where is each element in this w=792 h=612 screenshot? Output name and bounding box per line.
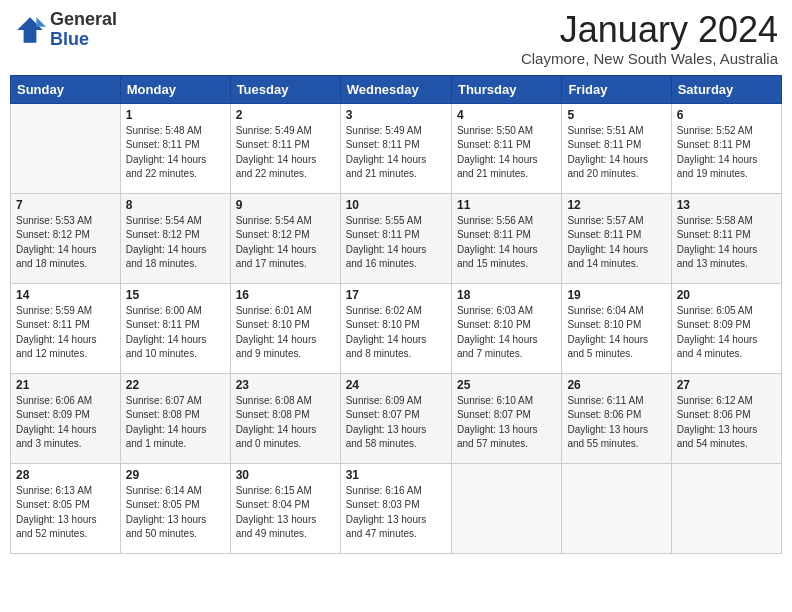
calendar-cell: 12Sunrise: 5:57 AMSunset: 8:11 PMDayligh… (562, 193, 671, 283)
day-number: 1 (126, 108, 225, 122)
col-wednesday: Wednesday (340, 75, 451, 103)
svg-marker-1 (36, 17, 46, 27)
calendar-cell: 9Sunrise: 5:54 AMSunset: 8:12 PMDaylight… (230, 193, 340, 283)
day-number: 13 (677, 198, 776, 212)
day-info: Sunrise: 5:48 AMSunset: 8:11 PMDaylight:… (126, 124, 225, 182)
calendar-cell: 17Sunrise: 6:02 AMSunset: 8:10 PMDayligh… (340, 283, 451, 373)
day-info: Sunrise: 6:12 AMSunset: 8:06 PMDaylight:… (677, 394, 776, 452)
day-number: 25 (457, 378, 556, 392)
day-number: 12 (567, 198, 665, 212)
col-friday: Friday (562, 75, 671, 103)
day-info: Sunrise: 5:54 AMSunset: 8:12 PMDaylight:… (236, 214, 335, 272)
day-info: Sunrise: 6:05 AMSunset: 8:09 PMDaylight:… (677, 304, 776, 362)
day-info: Sunrise: 6:14 AMSunset: 8:05 PMDaylight:… (126, 484, 225, 542)
day-number: 17 (346, 288, 446, 302)
calendar-cell: 3Sunrise: 5:49 AMSunset: 8:11 PMDaylight… (340, 103, 451, 193)
day-info: Sunrise: 6:07 AMSunset: 8:08 PMDaylight:… (126, 394, 225, 452)
day-number: 15 (126, 288, 225, 302)
week-row-5: 28Sunrise: 6:13 AMSunset: 8:05 PMDayligh… (11, 463, 782, 553)
calendar-cell: 23Sunrise: 6:08 AMSunset: 8:08 PMDayligh… (230, 373, 340, 463)
calendar-cell (671, 463, 781, 553)
day-info: Sunrise: 5:53 AMSunset: 8:12 PMDaylight:… (16, 214, 115, 272)
day-info: Sunrise: 5:57 AMSunset: 8:11 PMDaylight:… (567, 214, 665, 272)
calendar-cell: 18Sunrise: 6:03 AMSunset: 8:10 PMDayligh… (451, 283, 561, 373)
calendar-cell (562, 463, 671, 553)
calendar-cell: 6Sunrise: 5:52 AMSunset: 8:11 PMDaylight… (671, 103, 781, 193)
calendar-cell (451, 463, 561, 553)
logo-blue-text: Blue (50, 30, 117, 50)
calendar-cell: 14Sunrise: 5:59 AMSunset: 8:11 PMDayligh… (11, 283, 121, 373)
calendar-cell: 26Sunrise: 6:11 AMSunset: 8:06 PMDayligh… (562, 373, 671, 463)
col-saturday: Saturday (671, 75, 781, 103)
logo: General Blue (14, 10, 117, 50)
calendar-header-row: Sunday Monday Tuesday Wednesday Thursday… (11, 75, 782, 103)
calendar-cell: 20Sunrise: 6:05 AMSunset: 8:09 PMDayligh… (671, 283, 781, 373)
day-info: Sunrise: 6:02 AMSunset: 8:10 PMDaylight:… (346, 304, 446, 362)
day-info: Sunrise: 6:13 AMSunset: 8:05 PMDaylight:… (16, 484, 115, 542)
day-number: 14 (16, 288, 115, 302)
day-info: Sunrise: 6:01 AMSunset: 8:10 PMDaylight:… (236, 304, 335, 362)
calendar-cell: 7Sunrise: 5:53 AMSunset: 8:12 PMDaylight… (11, 193, 121, 283)
day-info: Sunrise: 5:49 AMSunset: 8:11 PMDaylight:… (236, 124, 335, 182)
day-info: Sunrise: 5:55 AMSunset: 8:11 PMDaylight:… (346, 214, 446, 272)
calendar-cell: 30Sunrise: 6:15 AMSunset: 8:04 PMDayligh… (230, 463, 340, 553)
day-number: 18 (457, 288, 556, 302)
calendar-table: Sunday Monday Tuesday Wednesday Thursday… (10, 75, 782, 554)
week-row-2: 7Sunrise: 5:53 AMSunset: 8:12 PMDaylight… (11, 193, 782, 283)
day-info: Sunrise: 5:52 AMSunset: 8:11 PMDaylight:… (677, 124, 776, 182)
day-info: Sunrise: 6:15 AMSunset: 8:04 PMDaylight:… (236, 484, 335, 542)
calendar-cell: 22Sunrise: 6:07 AMSunset: 8:08 PMDayligh… (120, 373, 230, 463)
col-tuesday: Tuesday (230, 75, 340, 103)
day-info: Sunrise: 5:54 AMSunset: 8:12 PMDaylight:… (126, 214, 225, 272)
day-info: Sunrise: 6:04 AMSunset: 8:10 PMDaylight:… (567, 304, 665, 362)
day-number: 20 (677, 288, 776, 302)
day-number: 9 (236, 198, 335, 212)
day-number: 5 (567, 108, 665, 122)
day-info: Sunrise: 6:11 AMSunset: 8:06 PMDaylight:… (567, 394, 665, 452)
day-number: 29 (126, 468, 225, 482)
day-info: Sunrise: 6:03 AMSunset: 8:10 PMDaylight:… (457, 304, 556, 362)
day-info: Sunrise: 5:49 AMSunset: 8:11 PMDaylight:… (346, 124, 446, 182)
week-row-1: 1Sunrise: 5:48 AMSunset: 8:11 PMDaylight… (11, 103, 782, 193)
calendar-cell: 8Sunrise: 5:54 AMSunset: 8:12 PMDaylight… (120, 193, 230, 283)
day-number: 6 (677, 108, 776, 122)
col-sunday: Sunday (11, 75, 121, 103)
logo-icon (14, 14, 46, 46)
day-number: 21 (16, 378, 115, 392)
day-number: 19 (567, 288, 665, 302)
calendar-cell: 2Sunrise: 5:49 AMSunset: 8:11 PMDaylight… (230, 103, 340, 193)
day-number: 26 (567, 378, 665, 392)
calendar-cell: 16Sunrise: 6:01 AMSunset: 8:10 PMDayligh… (230, 283, 340, 373)
calendar-cell: 1Sunrise: 5:48 AMSunset: 8:11 PMDaylight… (120, 103, 230, 193)
day-number: 3 (346, 108, 446, 122)
day-number: 4 (457, 108, 556, 122)
week-row-4: 21Sunrise: 6:06 AMSunset: 8:09 PMDayligh… (11, 373, 782, 463)
day-info: Sunrise: 6:16 AMSunset: 8:03 PMDaylight:… (346, 484, 446, 542)
col-monday: Monday (120, 75, 230, 103)
day-number: 7 (16, 198, 115, 212)
day-number: 11 (457, 198, 556, 212)
calendar-cell: 31Sunrise: 6:16 AMSunset: 8:03 PMDayligh… (340, 463, 451, 553)
day-number: 23 (236, 378, 335, 392)
week-row-3: 14Sunrise: 5:59 AMSunset: 8:11 PMDayligh… (11, 283, 782, 373)
col-thursday: Thursday (451, 75, 561, 103)
calendar-cell (11, 103, 121, 193)
calendar-cell: 10Sunrise: 5:55 AMSunset: 8:11 PMDayligh… (340, 193, 451, 283)
day-info: Sunrise: 6:00 AMSunset: 8:11 PMDaylight:… (126, 304, 225, 362)
calendar-cell: 4Sunrise: 5:50 AMSunset: 8:11 PMDaylight… (451, 103, 561, 193)
calendar-cell: 5Sunrise: 5:51 AMSunset: 8:11 PMDaylight… (562, 103, 671, 193)
day-number: 2 (236, 108, 335, 122)
calendar-cell: 28Sunrise: 6:13 AMSunset: 8:05 PMDayligh… (11, 463, 121, 553)
calendar-cell: 29Sunrise: 6:14 AMSunset: 8:05 PMDayligh… (120, 463, 230, 553)
day-info: Sunrise: 5:50 AMSunset: 8:11 PMDaylight:… (457, 124, 556, 182)
day-number: 8 (126, 198, 225, 212)
calendar-cell: 13Sunrise: 5:58 AMSunset: 8:11 PMDayligh… (671, 193, 781, 283)
page-header: General Blue January 2024 Claymore, New … (10, 10, 782, 67)
location-subtitle: Claymore, New South Wales, Australia (521, 50, 778, 67)
day-number: 28 (16, 468, 115, 482)
calendar-cell: 27Sunrise: 6:12 AMSunset: 8:06 PMDayligh… (671, 373, 781, 463)
day-info: Sunrise: 6:08 AMSunset: 8:08 PMDaylight:… (236, 394, 335, 452)
month-title: January 2024 (521, 10, 778, 50)
day-number: 16 (236, 288, 335, 302)
logo-general-text: General (50, 10, 117, 30)
